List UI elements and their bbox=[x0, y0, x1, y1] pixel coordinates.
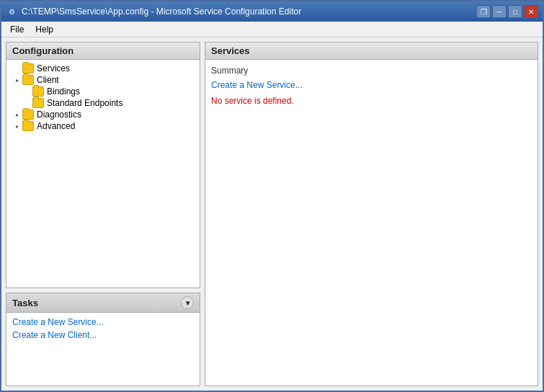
window-controls: ❐ ─ □ ✕ bbox=[476, 5, 538, 18]
menu-bar: File Help bbox=[1, 22, 543, 37]
tasks-collapse-icon: ▾ bbox=[186, 299, 189, 307]
advanced-label: Advanced bbox=[37, 121, 75, 131]
tasks-header-label: Tasks bbox=[12, 298, 38, 308]
menu-help[interactable]: Help bbox=[30, 23, 59, 36]
close-button[interactable]: ✕ bbox=[524, 5, 538, 18]
task-create-service[interactable]: Create a New Service... bbox=[12, 317, 194, 327]
services-expander bbox=[12, 63, 22, 74]
client-expander: ▸ bbox=[12, 75, 22, 85]
bindings-folder-icon bbox=[32, 86, 44, 97]
main-window: ⚙ C:\TEMP\SmsService\App.config - Micros… bbox=[0, 0, 544, 392]
tree-item-client[interactable]: ▸ Client bbox=[12, 74, 197, 86]
advanced-expander: ▸ bbox=[12, 121, 22, 131]
maximize-button[interactable]: □ bbox=[508, 5, 522, 18]
configuration-panel: Configuration Services ▸ Client bbox=[6, 42, 200, 288]
tasks-collapse-button[interactable]: ▾ bbox=[181, 296, 194, 309]
std-endpoints-label: Standard Endpoints bbox=[47, 98, 122, 108]
window-title: C:\TEMP\SmsService\App.config - Microsof… bbox=[22, 6, 476, 17]
tasks-header: Tasks ▾ bbox=[6, 293, 200, 313]
task-create-client[interactable]: Create a New Client... bbox=[12, 330, 194, 340]
title-bar: ⚙ C:\TEMP\SmsService\App.config - Micros… bbox=[1, 1, 543, 22]
std-endpoints-folder-icon bbox=[32, 98, 44, 108]
configuration-tree: Services ▸ Client Bindings bbox=[6, 60, 200, 285]
services-folder-icon bbox=[22, 63, 34, 74]
diagnostics-folder-icon bbox=[22, 110, 34, 120]
std-endpoints-expander bbox=[22, 98, 32, 108]
diagnostics-expander: ▸ bbox=[12, 110, 22, 120]
main-content: Configuration Services ▸ Client bbox=[1, 37, 543, 391]
restore-button[interactable]: ❐ bbox=[476, 5, 491, 18]
advanced-folder-icon bbox=[22, 121, 34, 131]
tree-item-advanced[interactable]: ▸ Advanced bbox=[12, 120, 197, 132]
services-create-link[interactable]: Create a New Service... bbox=[211, 80, 532, 90]
app-icon: ⚙ bbox=[6, 6, 17, 17]
menu-file[interactable]: File bbox=[4, 23, 30, 36]
client-folder-icon bbox=[22, 75, 34, 85]
tree-item-services[interactable]: Services bbox=[12, 63, 197, 74]
no-service-message: No service is defined. bbox=[211, 96, 532, 106]
services-label: Services bbox=[37, 63, 70, 74]
configuration-header: Configuration bbox=[6, 43, 200, 60]
bindings-expander bbox=[22, 86, 32, 97]
left-panel: Configuration Services ▸ Client bbox=[6, 42, 200, 386]
services-header: Services bbox=[205, 43, 538, 60]
services-content: Summary Create a New Service... No servi… bbox=[205, 60, 538, 386]
tree-item-standard-endpoints[interactable]: Standard Endpoints bbox=[22, 97, 197, 109]
tree-item-diagnostics[interactable]: ▸ Diagnostics bbox=[12, 109, 197, 120]
client-label: Client bbox=[37, 75, 59, 85]
minimize-button[interactable]: ─ bbox=[492, 5, 507, 18]
tasks-panel: Tasks ▾ Create a New Service... Create a… bbox=[6, 293, 200, 386]
services-summary-label: Summary bbox=[211, 66, 532, 76]
diagnostics-label: Diagnostics bbox=[37, 110, 81, 120]
tasks-content: Create a New Service... Create a New Cli… bbox=[6, 313, 200, 347]
bindings-label: Bindings bbox=[47, 86, 80, 97]
right-panel: Services Summary Create a New Service...… bbox=[205, 42, 538, 386]
tree-item-bindings[interactable]: Bindings bbox=[22, 86, 197, 97]
